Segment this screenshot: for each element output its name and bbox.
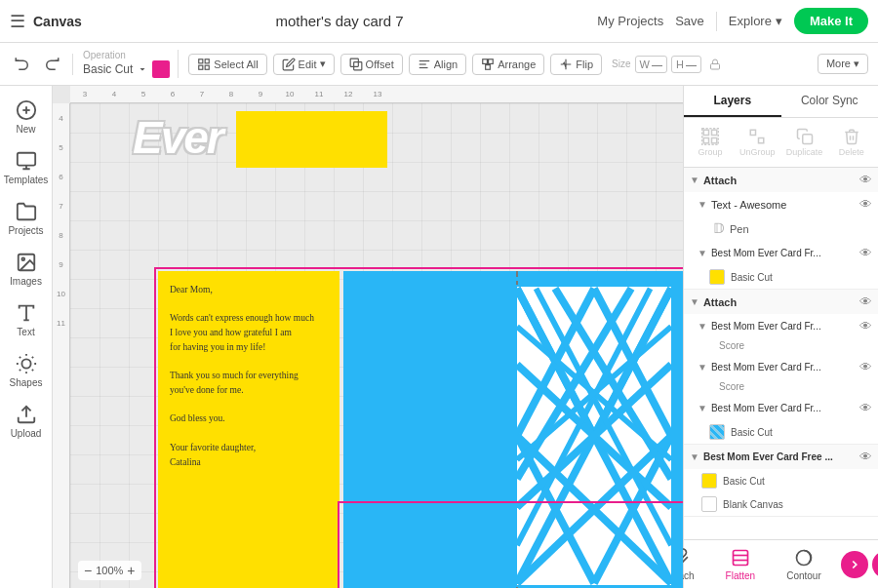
offset-button[interactable]: Offset [340,54,403,75]
sidebar-item-shapes[interactable]: Shapes [3,347,50,394]
layer-group-best-mom-free: ▼ Best Mom Ever Card Free ... 👁 Basic Cu… [684,445,878,517]
ever-text: Ever [133,111,222,164]
sidebar-item-upload[interactable]: Upload [3,398,50,445]
operation-value[interactable]: Basic Cut [83,60,170,78]
operation-group: Operation Basic Cut [83,50,179,78]
sub-best-mom-blue: ▼ Best Mom Ever Card Fr... 👁 Basic Cut [684,396,878,444]
left-sidebar: New Templates Projects Images Text Shape… [0,86,53,588]
visibility-icon[interactable]: 👁 [859,319,872,333]
svg-rect-2 [199,65,203,69]
best-mom-score-header-1[interactable]: ▼ Best Mom Ever Card Fr... 👁 [692,314,878,338]
sidebar-label-upload: Upload [11,428,42,439]
right-panel: Layers Color Sync Group UnGroup Duplicat… [683,86,878,588]
pen-label: Pen [730,223,749,235]
undo-redo-group [10,54,73,75]
top-bar-right: My Projects Save Explore ▾ Make It [597,8,868,34]
layer-header-attach-2[interactable]: ▼ Attach 👁 [684,290,878,314]
best-mom-header-1[interactable]: ▼ Best Mom Ever Card Fr... 👁 [692,241,878,265]
best-mom-header-blue[interactable]: ▼ Best Mom Ever Card Fr... 👁 [692,396,878,420]
visibility-icon[interactable]: 👁 [859,401,872,415]
sub-best-mom-score-2: ▼ Best Mom Ever Card Fr... 👁 Score [684,355,878,396]
align-button[interactable]: Align [409,54,466,75]
make-it-button[interactable]: Make It [794,8,868,34]
layer-item-blank-canvas[interactable]: Blank Canvas [684,492,878,516]
best-mom-score-header-2[interactable]: ▼ Best Mom Ever Card Fr... 👁 [692,355,878,379]
tab-color-sync[interactable]: Color Sync [781,86,879,117]
flip-button[interactable]: Flip [550,54,602,75]
main-area: New Templates Projects Images Text Shape… [0,86,878,588]
visibility-icon[interactable]: 👁 [859,197,872,212]
tab-layers[interactable]: Layers [684,86,781,117]
width-input[interactable]: W — [635,56,667,73]
explore-button[interactable]: Explore ▾ [729,14,782,28]
attach-title-2: Attach [703,296,856,308]
redo-button[interactable] [39,54,64,75]
nav-right-1[interactable] [841,551,868,578]
select-all-button[interactable]: Select All [188,54,266,75]
svg-rect-45 [702,129,719,145]
visibility-icon-3[interactable]: 👁 [859,450,872,464]
svg-point-21 [21,359,30,368]
ruler-horizontal: 3 4 5 6 7 8 9 10 11 12 13 [70,86,683,103]
zoom-controls: − 100% + [78,561,141,580]
sidebar-label-projects: Projects [8,225,43,236]
layer-item-basic-cut-yellow-2[interactable]: Basic Cut [684,469,878,492]
contour-bottom-button[interactable]: Contour [775,544,833,585]
zoom-level: 100% [96,565,123,576]
delete-button[interactable]: Delete [829,124,874,161]
best-mom-title-1: Best Mom Ever Card Fr... [711,248,856,258]
attach-title-1: Attach [703,175,856,186]
height-input[interactable]: H — [671,56,701,73]
color-swatch-blue [709,424,725,440]
svg-rect-44 [712,138,717,143]
layer-header-best-mom-free[interactable]: ▼ Best Mom Ever Card Free ... 👁 [684,445,878,469]
layer-item-basic-cut-blue[interactable]: Basic Cut [692,420,878,444]
flatten-bottom-button[interactable]: Flatten [714,544,768,585]
svg-rect-3 [206,65,210,69]
visibility-icon-2[interactable]: 👁 [859,294,872,309]
save-button[interactable]: Save [675,14,704,28]
layer-item-basic-cut-yellow[interactable]: Basic Cut [692,265,878,289]
group-button[interactable]: Group [688,124,733,161]
sidebar-item-images[interactable]: Images [3,246,50,293]
lock-icon[interactable] [705,55,725,74]
best-mom-title-blue: Best Mom Ever Card Fr... [711,403,856,413]
size-label: Size [612,59,630,69]
sidebar-item-projects[interactable]: Projects [3,195,50,242]
menu-icon[interactable]: ☰ [10,11,25,32]
basic-cut-label-2: Basic Cut [723,476,872,487]
visibility-icon[interactable]: 👁 [859,360,872,374]
svg-rect-12 [710,63,719,69]
bottom-toolbar: Attach Flatten Contour [684,539,878,588]
svg-rect-16 [17,153,34,166]
svg-rect-43 [703,138,708,143]
visibility-icon-1[interactable]: 👁 [859,173,872,187]
canvas-label: Canvas [33,14,82,29]
best-mom-free-title: Best Mom Ever Card Free ... [703,451,856,462]
my-projects-link[interactable]: My Projects [597,14,663,28]
sidebar-item-new[interactable]: New [3,94,50,140]
ungroup-button[interactable]: UnGroup [735,124,779,161]
sub-best-mom-1: ▼ Best Mom Ever Card Fr... 👁 Basic Cut [684,241,878,289]
zoom-in-button[interactable]: + [127,563,135,578]
duplicate-button[interactable]: Duplicate [782,124,827,161]
best-mom-score-title-2: Best Mom Ever Card Fr... [711,362,856,372]
layer-header-attach-1[interactable]: ▼ Attach 👁 [684,168,878,192]
svg-rect-47 [759,138,764,143]
visibility-icon[interactable]: 👁 [859,246,872,260]
more-button[interactable]: More ▾ [818,54,868,74]
sidebar-item-templates[interactable]: Templates [3,144,50,191]
sidebar-item-text[interactable]: Text [3,296,50,343]
arrange-button[interactable]: Arrange [472,54,544,75]
undo-button[interactable] [10,54,35,75]
zoom-out-button[interactable]: − [84,563,92,578]
text-awesome-header[interactable]: ▼ Text - Awesome 👁 [692,192,878,216]
score-label-1: Score [692,338,878,355]
edit-button[interactable]: Edit ▾ [273,54,335,75]
sub-text-awesome: ▼ Text - Awesome 👁 𝔻 Pen [684,192,878,241]
arrow-icon: ▼ [690,451,699,462]
nav-right-2[interactable] [872,551,878,578]
top-bar: ☰ Canvas mother's day card 7 My Projects… [0,0,878,43]
best-mom-score-title-1: Best Mom Ever Card Fr... [711,321,856,332]
canvas-area[interactable]: 3 4 5 6 7 8 9 10 11 12 13 4 5 6 7 8 9 10… [53,86,683,588]
